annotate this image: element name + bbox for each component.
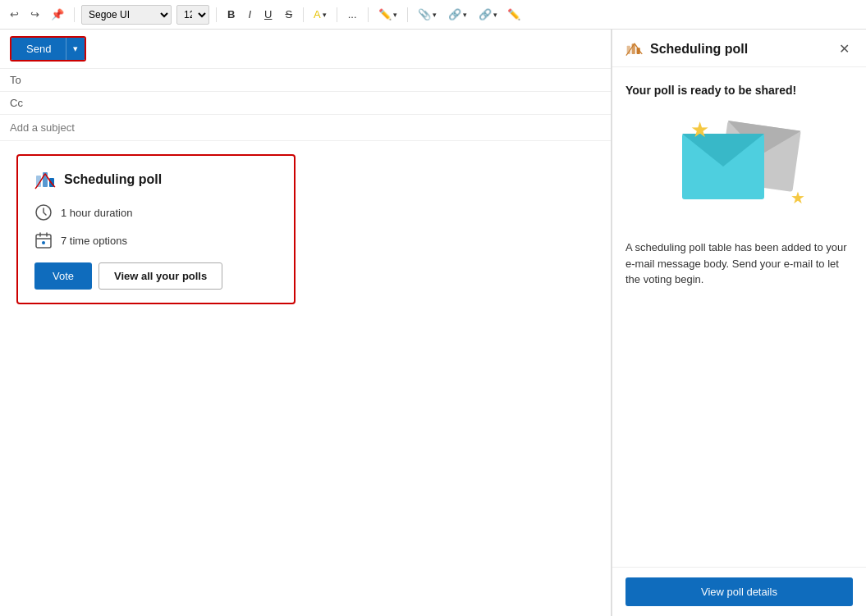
vote-button[interactable]: Vote xyxy=(34,262,92,290)
compose-area: Send ▾ To Cc xyxy=(0,30,612,616)
send-button-group: Send ▾ xyxy=(10,36,86,62)
scheduling-poll-card-icon xyxy=(34,169,56,190)
body-area: Scheduling poll 1 hour duration xyxy=(0,141,611,616)
text-color-icon: ✏️ xyxy=(378,8,392,21)
panel-content: Your poll is ready to be shared! ★ ★ A s… xyxy=(612,67,866,567)
svg-point-5 xyxy=(42,241,45,244)
attachment-button[interactable]: 📎 ▾ xyxy=(415,7,440,22)
cc-label: Cc xyxy=(10,97,43,109)
highlight-chevron: ▾ xyxy=(323,11,327,19)
separator-6 xyxy=(407,7,408,22)
separator-2 xyxy=(216,7,217,22)
highlight-icon: A xyxy=(314,8,321,21)
link-chevron: ▾ xyxy=(463,11,467,19)
font-family-select[interactable]: Segoe UI xyxy=(81,5,172,25)
italic-button[interactable]: I xyxy=(244,5,255,25)
undo-icon: ↩ xyxy=(10,8,19,21)
panel-header: Scheduling poll ✕ xyxy=(612,30,866,67)
text-color-button[interactable]: ✏️ ▾ xyxy=(375,7,401,22)
to-row: To xyxy=(0,69,611,92)
send-row: Send ▾ xyxy=(0,30,611,69)
link-button[interactable]: 🔗 ▾ xyxy=(445,7,470,22)
close-panel-button[interactable]: ✕ xyxy=(836,39,853,58)
strikethrough-button[interactable]: S xyxy=(281,5,296,25)
envelope-front xyxy=(682,134,764,199)
view-poll-details-button[interactable]: View poll details xyxy=(625,577,853,606)
cc-row: Cc xyxy=(0,92,611,115)
clock-icon xyxy=(34,203,53,221)
main-area: Send ▾ To Cc xyxy=(0,30,866,616)
send-dropdown-button[interactable]: ▾ xyxy=(66,38,85,60)
duration-row: 1 hour duration xyxy=(34,203,277,221)
right-panel: Scheduling poll ✕ Your poll is ready to … xyxy=(612,30,866,616)
pin-button[interactable]: 📌 xyxy=(48,7,67,22)
panel-icon xyxy=(625,40,644,58)
panel-description: A scheduling poll table has been added t… xyxy=(625,240,853,288)
panel-footer: View poll details xyxy=(612,567,866,616)
to-label: To xyxy=(10,74,43,86)
subject-row xyxy=(0,115,611,141)
duration-label: 1 hour duration xyxy=(61,207,132,219)
to-input[interactable] xyxy=(43,74,601,86)
separator-5 xyxy=(368,7,369,22)
illustration: ★ ★ xyxy=(625,113,853,220)
attachment-icon: 📎 xyxy=(418,8,431,21)
calendar-icon xyxy=(34,231,53,249)
cc-input[interactable] xyxy=(43,97,601,109)
link-icon: 🔗 xyxy=(448,8,461,21)
send-button[interactable]: Send xyxy=(11,38,66,60)
bold-button[interactable]: B xyxy=(223,5,239,25)
star-large-icon: ★ xyxy=(690,117,709,143)
poll-card: Scheduling poll 1 hour duration xyxy=(16,154,296,304)
time-options-row: 7 time options xyxy=(34,231,277,249)
font-size-select[interactable]: 12 xyxy=(176,5,209,25)
toolbar: ↩ ↩ 📌 Segoe UI 12 B I U S A ▾ ... ✏️ ▾ 📎… xyxy=(0,0,866,30)
underline-button[interactable]: U xyxy=(260,5,276,25)
star-small-icon: ★ xyxy=(790,188,805,208)
separator-3 xyxy=(303,7,304,22)
panel-subtitle: Your poll is ready to be shared! xyxy=(625,84,853,97)
link2-icon: 🔗 xyxy=(479,8,492,21)
panel-title-row: Scheduling poll xyxy=(625,40,748,58)
envelope-illustration: ★ ★ xyxy=(674,117,805,216)
attachment-chevron: ▾ xyxy=(433,11,437,19)
subject-input[interactable] xyxy=(10,121,601,134)
separator-4 xyxy=(337,7,337,22)
poll-card-title-text: Scheduling poll xyxy=(64,172,162,187)
toolbar-right-icon: ✏️ xyxy=(507,8,520,21)
link2-button[interactable]: 🔗 ▾ xyxy=(475,7,501,22)
pin-icon: 📌 xyxy=(51,8,64,21)
redo-button[interactable]: ↩ xyxy=(27,7,43,22)
more-options-button[interactable]: ... xyxy=(344,5,361,25)
link2-chevron: ▾ xyxy=(493,11,497,19)
text-color-chevron: ▾ xyxy=(393,11,397,19)
send-dropdown-icon: ▾ xyxy=(73,43,78,53)
undo-button[interactable]: ↩ xyxy=(7,7,22,22)
poll-actions: Vote View all your polls xyxy=(34,262,277,290)
highlight-button[interactable]: A ▾ xyxy=(310,7,330,22)
separator-1 xyxy=(74,7,75,22)
redo-icon: ↩ xyxy=(30,8,39,21)
panel-title: Scheduling poll xyxy=(650,42,748,57)
poll-card-title-row: Scheduling poll xyxy=(34,169,277,190)
time-options-label: 7 time options xyxy=(61,235,127,247)
view-polls-button[interactable]: View all your polls xyxy=(99,262,222,290)
